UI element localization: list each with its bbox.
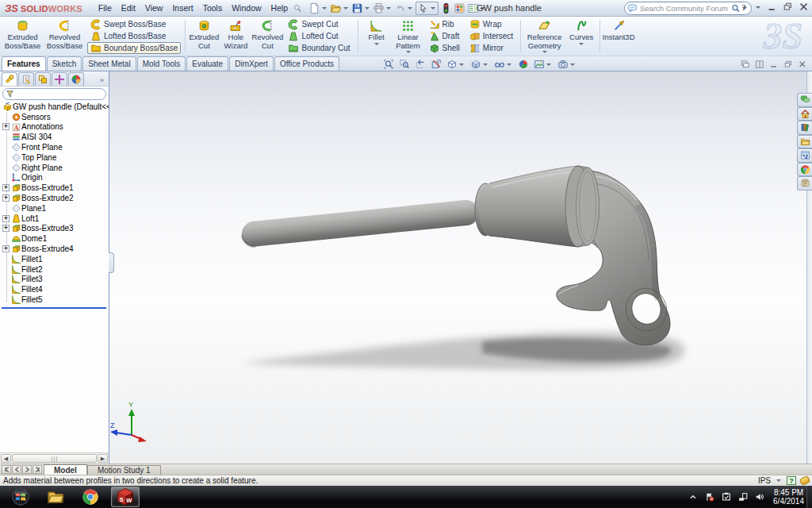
undo-button[interactable] <box>394 2 414 14</box>
hide-show-items-dropdown-icon[interactable] <box>507 64 511 66</box>
task-pane-tab-appearances-scenes[interactable] <box>797 163 812 177</box>
menu-file[interactable]: File <box>94 1 117 15</box>
tree-item-fillet1[interactable]: Fillet1 <box>0 254 109 264</box>
ribbon-button-lofted-cut[interactable]: Lofted Cut <box>285 30 353 42</box>
display-style-dropdown-icon[interactable] <box>483 64 488 66</box>
display-style-button[interactable] <box>470 59 489 70</box>
dock-nav-next-button[interactable] <box>22 465 32 474</box>
zoom-fit-button[interactable] <box>383 59 394 70</box>
expand-icon[interactable]: + <box>2 123 10 130</box>
ribbon-button-intersect[interactable]: Intersect <box>466 30 516 42</box>
dock-tab-motion-study-1[interactable]: Motion Study 1 <box>87 465 161 475</box>
tab-mold-tools[interactable]: Mold Tools <box>137 56 186 71</box>
hide-show-items-button[interactable] <box>494 59 513 70</box>
previous-view-button[interactable] <box>415 59 426 70</box>
tab-office-products[interactable]: Office Products <box>274 56 339 71</box>
task-pane-tab-custom-properties[interactable] <box>797 176 812 190</box>
dropdown-icon[interactable] <box>579 43 584 45</box>
menu-help[interactable]: Help <box>266 1 293 15</box>
view-settings-button[interactable] <box>557 59 576 70</box>
dropdown-icon[interactable] <box>406 51 411 53</box>
start-button[interactable] <box>6 487 35 507</box>
ribbon-button-lofted-boss-base[interactable]: Lofted Boss/Base <box>87 30 181 42</box>
ribbon-button-curves[interactable]: Curves <box>565 17 597 55</box>
zoom-area-button[interactable] <box>399 59 410 70</box>
tree-item-loft1[interactable]: +Loft1 <box>0 214 109 224</box>
tree-item-fillet4[interactable]: Fillet4 <box>0 284 109 294</box>
ribbon-button-extruded-cut[interactable]: Extruded Cut <box>188 17 220 55</box>
manager-tab-dimxpert-manager[interactable] <box>52 72 67 86</box>
close-button[interactable] <box>799 2 810 13</box>
tab-features[interactable]: Features <box>2 56 46 71</box>
tray-vol-icon[interactable] <box>754 491 765 502</box>
manager-tab-configuration-manager[interactable] <box>35 72 51 86</box>
scroll-left-button[interactable]: ◀ <box>1 454 11 463</box>
apply-scene-button[interactable] <box>534 59 553 70</box>
tag-icon[interactable] <box>799 475 811 486</box>
units-caret-icon[interactable] <box>776 479 781 482</box>
graphics-viewport[interactable]: Y Z <box>109 71 812 464</box>
task-pane-tab-solidworks-resources[interactable] <box>797 107 812 121</box>
rollback-bar[interactable] <box>2 307 106 309</box>
open-dropdown-icon[interactable] <box>343 7 348 10</box>
print-dropdown-icon[interactable] <box>386 7 391 10</box>
ribbon-button-instant3d[interactable]: Instant3D <box>603 17 634 55</box>
tree-item-boss-extrude3[interactable]: +Boss-Extrude3 <box>0 224 109 234</box>
explorer-button[interactable] <box>41 487 70 507</box>
dock-tab-model[interactable]: Model <box>44 464 87 475</box>
ribbon-button-fillet[interactable]: Fillet <box>361 17 393 55</box>
tree-filter-input[interactable] <box>2 88 106 100</box>
dock-nav-first-button[interactable] <box>2 465 11 474</box>
search-input[interactable]: Search Community Forum <box>624 2 752 15</box>
ribbon-button-boundary-boss-base[interactable]: Boundary Boss/Base <box>87 42 181 54</box>
tree-item-fillet2[interactable]: Fillet2 <box>0 264 109 275</box>
tab-dimxpert[interactable]: DimXpert <box>229 56 274 71</box>
save-button[interactable] <box>351 2 371 14</box>
tree-horizontal-scrollbar[interactable]: ◀▶ <box>0 452 109 464</box>
scroll-thumb[interactable] <box>12 454 97 463</box>
expand-icon[interactable]: + <box>2 194 10 202</box>
task-pane-tab-file-explorer[interactable] <box>797 135 812 149</box>
ribbon-button-wrap[interactable]: Wrap <box>466 18 516 30</box>
tray-flag-icon[interactable] <box>704 491 715 502</box>
task-pane-tab-community-forum[interactable] <box>797 93 812 107</box>
ribbon-button-extruded-boss-base[interactable]: Extruded Boss/​Base <box>2 17 44 55</box>
tree-item-front-plane[interactable]: Front Plane <box>0 142 109 152</box>
viewport-tile-button[interactable] <box>755 60 764 69</box>
units-selector[interactable]: IPS <box>758 476 771 485</box>
tree-item-dome1[interactable]: Dome1 <box>0 233 109 244</box>
apply-scene-dropdown-icon[interactable] <box>546 64 551 66</box>
ribbon-button-swept-boss-base[interactable]: Swept Boss/Base <box>87 18 181 30</box>
tree-item-top-plane[interactable]: Top Plane <box>0 152 109 163</box>
tree-item-boss-extrude1[interactable]: +Boss-Extrude1 <box>0 183 109 193</box>
open-button[interactable] <box>330 2 350 14</box>
dropdown-icon[interactable] <box>542 51 547 53</box>
view-orientation-dropdown-icon[interactable] <box>459 64 464 66</box>
ribbon-button-boundary-cut[interactable]: Boundary Cut <box>285 42 353 54</box>
task-pane-tab-view-palette[interactable] <box>797 148 812 163</box>
ribbon-button-draft[interactable]: Draft <box>426 30 463 42</box>
tree-item-fillet5[interactable]: Fillet5 <box>0 294 109 305</box>
tree-item-plane1[interactable]: Plane1 <box>0 203 109 214</box>
tray-net-icon[interactable] <box>737 491 749 502</box>
expand-icon[interactable]: + <box>2 245 10 252</box>
manager-tabs-overflow[interactable]: » <box>97 76 107 86</box>
view-orientation-button[interactable] <box>446 59 465 70</box>
expand-icon[interactable]: + <box>2 225 10 232</box>
save-dropdown-icon[interactable] <box>365 7 370 10</box>
task-pane-tab-design-library[interactable] <box>797 121 812 135</box>
tree-item-sensors[interactable]: Sensors <box>0 112 109 122</box>
scroll-right-button[interactable]: ▶ <box>98 454 108 463</box>
section-view-button[interactable] <box>431 59 442 70</box>
ribbon-button-revolved-boss-base[interactable]: Revolved Boss/​Base <box>44 17 86 55</box>
model-3d-view[interactable]: Y Z <box>109 71 812 464</box>
ribbon-button-rib[interactable]: Rib <box>426 18 463 30</box>
tray-up-icon[interactable] <box>688 491 699 502</box>
viewport-cascade-button[interactable] <box>741 60 750 69</box>
tab-sheet-metal[interactable]: Sheet Metal <box>82 56 136 71</box>
tray-update-icon[interactable] <box>721 491 732 502</box>
tree-item-root[interactable]: GW push handle (Default<<Def <box>0 102 109 112</box>
menu-window[interactable]: Window <box>227 1 266 15</box>
dock-nav-prev-button[interactable] <box>12 465 21 474</box>
ribbon-button-hole-wizard[interactable]: Hole Wizard <box>220 17 251 55</box>
